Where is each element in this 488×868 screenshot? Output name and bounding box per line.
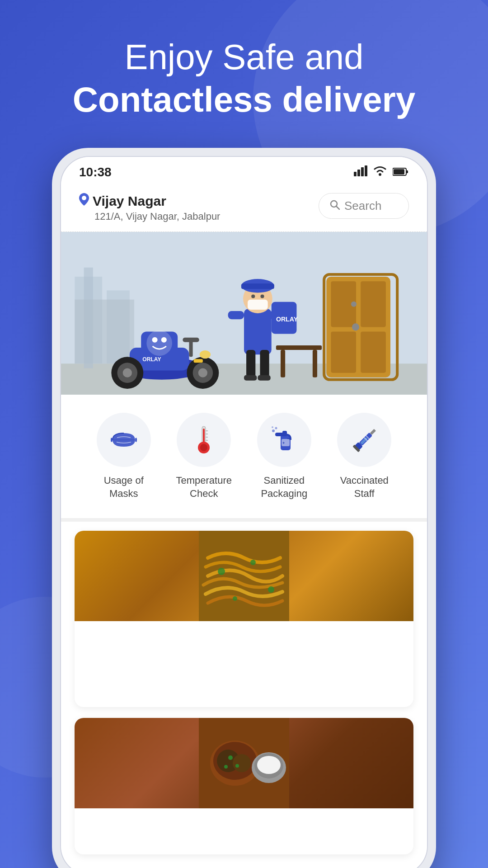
svg-rect-26: [281, 350, 285, 377]
svg-rect-0: [354, 172, 357, 176]
svg-line-10: [336, 206, 339, 209]
hero-section: Enjoy Safe and Contactless delivery: [0, 0, 488, 139]
location-pin-icon: [79, 193, 89, 209]
location-address: 121/A, Vijay Nagar, Jabalpur: [79, 211, 220, 222]
temp-icon-circle: [177, 413, 231, 467]
svg-rect-25: [276, 345, 322, 350]
svg-point-97: [235, 764, 239, 768]
svg-point-8: [82, 196, 86, 200]
vaccinated-icon-circle: [337, 413, 391, 467]
svg-rect-52: [183, 338, 199, 342]
svg-rect-7: [394, 169, 404, 175]
svg-point-98: [224, 765, 228, 769]
svg-rect-19: [361, 281, 386, 327]
status-time: 10:38: [79, 165, 112, 179]
status-bar: 10:38: [61, 157, 427, 184]
svg-point-67: [200, 444, 207, 451]
svg-rect-3: [365, 165, 367, 176]
safety-item-packaging: + SanitizedPackaging: [248, 413, 320, 500]
battery-icon: [393, 165, 409, 179]
svg-point-41: [251, 295, 255, 298]
banner: ORLAY: [61, 232, 427, 395]
masks-icon-circle: [97, 413, 151, 467]
svg-rect-32: [258, 375, 270, 381]
safety-section: Usage ofMasks Tempera: [61, 395, 427, 522]
packaging-label: SanitizedPackaging: [261, 474, 307, 500]
search-label: Search: [344, 199, 381, 213]
restaurant-card-dosa[interactable]: Dosa Palace ▲ South Indian, Chaat... 📍 D…: [75, 718, 413, 854]
svg-point-50: [198, 368, 207, 377]
svg-rect-28: [244, 309, 272, 354]
svg-rect-30: [260, 350, 269, 377]
phone-mockup: 10:38: [52, 148, 436, 868]
svg-rect-16: [75, 300, 134, 364]
restaurant-card-chinese[interactable]: Chinese Restaurant ▲ Chinese, Italian, S…: [75, 531, 413, 707]
svg-rect-1: [357, 170, 360, 176]
svg-point-23: [351, 302, 357, 307]
restaurants-section: Chinese Restaurant ▲ Chinese, Italian, S…: [61, 522, 427, 868]
svg-point-4: [379, 173, 381, 176]
svg-text:ORLAY: ORLAY: [276, 316, 298, 323]
svg-rect-39: [241, 283, 274, 289]
svg-point-75: [272, 426, 273, 428]
signal-icon: [354, 165, 367, 179]
hero-line2: Contactless delivery: [27, 79, 461, 121]
dosa-restaurant-image: [75, 718, 413, 808]
svg-point-86: [268, 586, 274, 593]
svg-point-53: [200, 350, 211, 359]
safety-item-masks: Usage ofMasks: [88, 413, 160, 500]
svg-rect-77: [370, 429, 376, 435]
status-icons: [354, 165, 409, 179]
svg-rect-20: [331, 332, 356, 373]
svg-rect-40: [248, 300, 268, 310]
search-box[interactable]: Search: [319, 193, 409, 219]
svg-rect-59: [194, 359, 203, 363]
app-header: Vijay Nagar 121/A, Vijay Nagar, Jabalpur…: [61, 184, 427, 232]
vaccinated-label: VaccinatedStaff: [340, 474, 389, 500]
svg-point-73: [272, 429, 275, 432]
svg-point-57: [161, 337, 167, 343]
masks-label: Usage ofMasks: [104, 474, 144, 500]
svg-point-85: [250, 560, 256, 565]
svg-rect-33: [228, 311, 244, 319]
svg-rect-6: [406, 170, 408, 173]
svg-point-84: [218, 568, 225, 575]
temp-label: TemperatureCheck: [176, 474, 232, 500]
svg-point-87: [233, 596, 237, 601]
svg-rect-21: [361, 332, 386, 373]
svg-point-55: [146, 330, 172, 356]
chinese-restaurant-image: [75, 531, 413, 621]
hero-line1: Enjoy Safe and: [124, 37, 363, 77]
phone-screen: 10:38: [60, 156, 428, 868]
svg-point-74: [275, 427, 277, 429]
svg-point-47: [123, 368, 132, 377]
safety-item-vaccinated: VaccinatedStaff: [328, 413, 400, 500]
svg-point-56: [152, 337, 157, 343]
location-info[interactable]: Vijay Nagar 121/A, Vijay Nagar, Jabalpur: [79, 193, 220, 222]
svg-rect-70: [275, 433, 285, 436]
safety-item-temp: TemperatureCheck: [168, 413, 240, 500]
svg-point-95: [257, 756, 281, 774]
svg-rect-29: [246, 350, 255, 377]
svg-rect-31: [244, 375, 257, 381]
svg-rect-83: [199, 531, 289, 621]
location-name-text: Vijay Nagar: [93, 193, 166, 209]
svg-rect-62: [203, 429, 205, 444]
wifi-icon: [373, 165, 387, 179]
location-name: Vijay Nagar: [79, 193, 220, 209]
svg-text:+: +: [282, 441, 285, 445]
svg-rect-27: [313, 350, 317, 377]
svg-text:ORLAY: ORLAY: [142, 357, 161, 363]
svg-point-96: [228, 755, 233, 760]
search-icon: [330, 200, 340, 212]
packaging-icon-circle: +: [257, 413, 311, 467]
svg-rect-2: [361, 167, 364, 176]
svg-point-22: [352, 323, 359, 330]
svg-point-42: [260, 295, 264, 298]
svg-point-92: [233, 754, 251, 772]
